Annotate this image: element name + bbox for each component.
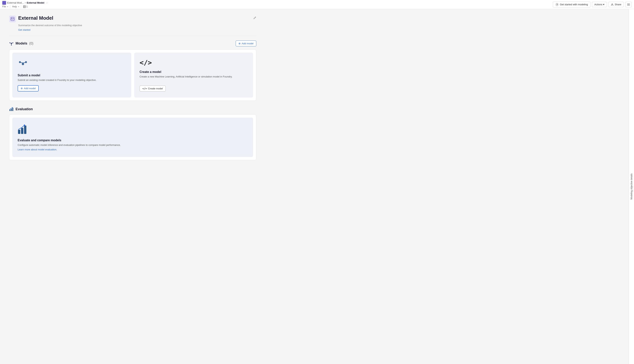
svg-rect-13 xyxy=(627,4,630,4)
share-button[interactable]: Share xyxy=(608,2,624,7)
sidebar-toggle-button[interactable] xyxy=(625,2,632,8)
edit-icon[interactable] xyxy=(253,16,256,20)
chevron-down-icon: ▾ xyxy=(603,3,604,6)
svg-point-8 xyxy=(612,4,612,4)
page-subtitle: Summarize the desired outcome of this mo… xyxy=(18,24,256,27)
page-count: 1 xyxy=(23,5,28,8)
add-model-card-button[interactable]: ⊕ Add model xyxy=(18,85,39,92)
svg-rect-14 xyxy=(627,4,630,5)
svg-rect-34 xyxy=(18,130,20,134)
add-model-header-label: Add model xyxy=(242,42,253,45)
svg-point-33 xyxy=(12,107,13,108)
svg-line-22 xyxy=(10,43,12,43)
plus-icon: ⊕ xyxy=(238,42,241,45)
section-divider-1 xyxy=(9,36,256,36)
topbar-right: ? Get started with modeling Actions ▾ Sh… xyxy=(553,2,632,8)
svg-rect-30 xyxy=(10,110,11,111)
topbar-left: External Mod... > External Model ☆ File … xyxy=(2,1,551,8)
svg-rect-7 xyxy=(25,7,25,8)
models-section-icon xyxy=(9,41,14,46)
evaluation-section-icon xyxy=(9,107,14,111)
subbar-row: File ▾ Help ▾ 1 xyxy=(2,5,551,8)
svg-line-11 xyxy=(611,4,612,5)
create-card-desc: Create a new Machine Learning, Artificia… xyxy=(140,75,248,82)
divider2 xyxy=(21,5,21,8)
get-started-link[interactable]: Get started xyxy=(18,28,30,31)
eval-chart-icon xyxy=(18,124,248,135)
create-model-card-button[interactable]: </> Create model xyxy=(140,86,166,92)
svg-line-29 xyxy=(23,62,26,63)
breadcrumb: External Mod... > External Model ☆ xyxy=(7,1,48,4)
breadcrumb-current: External Model xyxy=(27,1,44,4)
svg-rect-32 xyxy=(12,108,13,111)
svg-point-26 xyxy=(19,61,21,63)
svg-point-27 xyxy=(25,61,27,63)
models-section-header: Models (0) ⊕ Add model xyxy=(9,40,256,46)
svg-line-12 xyxy=(612,4,613,5)
svg-rect-4 xyxy=(24,6,24,6)
evaluation-inner-card: Evaluate and compare models Configure au… xyxy=(12,118,253,157)
svg-rect-31 xyxy=(11,109,12,111)
evaluation-section-header: Evaluation xyxy=(9,107,256,111)
share-label: Share xyxy=(615,3,621,6)
eval-card-title: Evaluate and compare models xyxy=(18,139,248,142)
svg-line-28 xyxy=(21,62,23,63)
file-menu[interactable]: File xyxy=(2,5,6,8)
svg-rect-3 xyxy=(23,6,26,8)
eval-title-row: Evaluation xyxy=(9,107,33,111)
page-number: 1 xyxy=(26,5,28,8)
get-started-label: Get started with modeling xyxy=(560,3,588,6)
evaluation-title: Evaluation xyxy=(16,107,33,111)
create-model-icon: </> xyxy=(140,59,248,66)
svg-point-37 xyxy=(24,124,25,126)
breadcrumb-row: External Mod... > External Model ☆ xyxy=(2,1,551,5)
breadcrumb-parent[interactable]: External Mod... xyxy=(7,1,24,4)
submit-card-desc: Submit an existing model created in Foun… xyxy=(18,78,126,82)
right-sidebar-panel[interactable]: Modeling objective details xyxy=(629,9,634,166)
svg-rect-2 xyxy=(4,2,5,3)
page-header-icon xyxy=(9,16,16,22)
svg-rect-15 xyxy=(627,5,630,6)
models-title-row: Models (0) xyxy=(9,41,33,46)
model-cards-container: Submit a model Submit an existing model … xyxy=(9,50,256,101)
topbar: External Mod... > External Model ☆ File … xyxy=(0,0,634,9)
code-icon-small: </> xyxy=(142,87,147,90)
create-card-title: Create a model xyxy=(140,70,248,74)
models-section-title: Models xyxy=(16,42,27,46)
add-model-header-button[interactable]: ⊕ Add model xyxy=(236,40,256,46)
page-icon xyxy=(23,5,26,8)
svg-rect-5 xyxy=(24,7,24,8)
question-icon: ? xyxy=(555,3,559,6)
submit-card-title: Submit a model xyxy=(18,74,126,77)
app-icon xyxy=(2,1,6,5)
svg-point-25 xyxy=(22,63,24,65)
add-model-card-label: Add model xyxy=(24,87,36,90)
actions-button[interactable]: Actions ▾ xyxy=(592,2,607,7)
share-icon xyxy=(611,3,613,6)
create-model-card-label: Create model xyxy=(148,87,163,90)
main-content: External Model Summarize the desired out… xyxy=(0,9,265,166)
page-header: External Model xyxy=(9,15,256,22)
add-model-card-plus-icon: ⊕ xyxy=(21,87,23,90)
svg-line-23 xyxy=(11,43,13,43)
help-menu[interactable]: Help xyxy=(12,5,17,8)
svg-rect-36 xyxy=(24,126,26,134)
eval-learn-more-link[interactable]: Learn more about model evaluation. xyxy=(18,148,57,151)
actions-label: Actions xyxy=(594,3,602,6)
page-title: External Model xyxy=(18,15,53,21)
svg-rect-6 xyxy=(25,6,25,6)
submit-model-icon xyxy=(18,59,126,70)
header-image-icon xyxy=(11,17,15,21)
create-model-card: </> Create a model Create a new Machine … xyxy=(134,53,253,98)
eval-card-desc: Configure automatic model inference and … xyxy=(18,144,248,146)
models-count: (0) xyxy=(29,42,33,46)
get-started-button[interactable]: ? Get started with modeling xyxy=(553,2,590,8)
breadcrumb-sep: > xyxy=(25,1,26,4)
main-wrapper: External Model Summarize the desired out… xyxy=(0,9,634,166)
divider xyxy=(10,5,10,8)
svg-point-21 xyxy=(11,44,12,45)
submit-model-card: Submit a model Submit an existing model … xyxy=(12,53,131,98)
sidebar-icon xyxy=(627,3,630,6)
svg-point-17 xyxy=(11,18,12,18)
star-icon[interactable]: ☆ xyxy=(46,1,48,4)
